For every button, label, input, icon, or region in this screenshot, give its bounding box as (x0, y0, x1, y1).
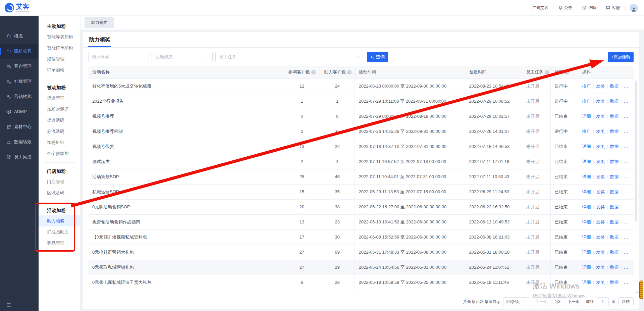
op-link[interactable]: 详细 (582, 219, 591, 224)
submenu-item[interactable]: 奖品管理 (39, 238, 80, 249)
op-link[interactable]: 发奖 (596, 84, 605, 89)
jump-button[interactable]: 跳转 (618, 297, 634, 306)
op-link[interactable]: … (624, 280, 628, 285)
op-link[interactable]: 详细 (582, 189, 591, 194)
floating-scrollbar[interactable] (639, 280, 643, 299)
op-link[interactable]: … (624, 219, 628, 224)
next-page-button[interactable]: 下一页 (564, 297, 583, 306)
op-link[interactable]: 数据 (610, 265, 619, 270)
op-link[interactable]: 详细 (582, 174, 591, 179)
op-link[interactable]: … (624, 189, 628, 194)
submenu-item[interactable]: 区域活码 (39, 187, 80, 198)
page-size-select[interactable]: 20条/页 (503, 297, 529, 306)
op-link[interactable]: … (624, 84, 628, 89)
add-activity-button[interactable]: +添加活动 (608, 52, 634, 62)
op-link[interactable]: … (624, 144, 628, 149)
submenu-item[interactable]: 企个微双加 (39, 148, 80, 159)
submenu-item[interactable]: 助力领奖 (39, 215, 80, 226)
op-link[interactable]: 详细 (582, 280, 591, 285)
support-menu[interactable]: 客服 (606, 5, 620, 11)
op-link[interactable]: 详细 (582, 114, 591, 119)
op-link[interactable]: 发奖 (596, 129, 605, 134)
op-link[interactable]: 发奖 (596, 250, 605, 255)
op-link[interactable]: 发奖 (596, 114, 605, 119)
op-link[interactable]: … (624, 265, 628, 270)
op-link[interactable]: 详细 (582, 235, 591, 240)
search-button[interactable]: 查询 (367, 52, 388, 62)
op-link[interactable]: … (624, 159, 628, 164)
op-link[interactable]: … (624, 235, 628, 240)
op-link[interactable]: 详细 (582, 250, 591, 255)
op-link[interactable]: … (624, 174, 628, 179)
op-link[interactable]: 详细 (582, 144, 591, 149)
op-link[interactable]: 发奖 (596, 235, 605, 240)
submenu-item[interactable]: 群成员助力 (39, 226, 80, 238)
tab-boost-reward[interactable]: 助力领奖 (85, 17, 114, 28)
op-link[interactable]: 发奖 (596, 99, 605, 104)
op-link[interactable]: 详细 (582, 265, 591, 270)
sidebar-item-customers[interactable]: 客户管理 (0, 59, 39, 74)
op-link[interactable]: … (624, 250, 628, 255)
op-link[interactable]: 数据 (610, 204, 619, 209)
op-link[interactable]: 发奖 (596, 174, 605, 179)
op-link[interactable]: 数据 (610, 144, 619, 149)
op-link[interactable]: … (624, 99, 628, 104)
op-link[interactable]: 发奖 (596, 265, 605, 270)
sidebar-item-overview[interactable]: 概况 (0, 29, 39, 44)
submenu-item[interactable]: 渠道管理 (39, 93, 80, 104)
op-link[interactable]: 推广 (582, 84, 591, 89)
sidebar-item-acquire[interactable]: 吸粉获客 (0, 44, 39, 59)
op-link[interactable]: 发奖 (596, 219, 605, 224)
sidebar-item-analytics[interactable]: 数据绩效 (0, 134, 39, 149)
staff-task-select[interactable]: 员工任务 (215, 52, 364, 62)
op-link[interactable]: 推广 (582, 99, 591, 104)
table-scrollbar[interactable] (635, 81, 637, 221)
sidebar-item-materials[interactable]: 素材中心 (0, 119, 39, 134)
op-link[interactable]: 数据 (610, 235, 619, 240)
goto-page-input[interactable] (597, 297, 609, 306)
op-link[interactable]: 发奖 (596, 159, 605, 164)
sidebar-item-community[interactable]: 社群管理 (0, 74, 39, 89)
help-menu[interactable]: 帮助 (582, 5, 596, 11)
op-link[interactable]: 数据 (610, 99, 619, 104)
collapse-sidebar-icon[interactable] (6, 302, 11, 308)
op-link[interactable]: 数据 (610, 189, 619, 194)
op-link[interactable]: … (624, 129, 628, 134)
op-link[interactable]: 发奖 (596, 204, 605, 209)
op-link[interactable]: 详细 (582, 159, 591, 164)
submenu-item[interactable]: 加粉短链 (39, 137, 80, 148)
activity-name-input[interactable] (88, 52, 149, 62)
op-link[interactable]: 发奖 (596, 189, 605, 194)
op-link[interactable]: 详细 (582, 204, 591, 209)
op-link[interactable]: 数据 (610, 84, 619, 89)
submenu-item[interactable]: 智能订单加粉 (39, 42, 80, 53)
op-link[interactable]: 数据 (610, 219, 619, 224)
user-avatar[interactable] (630, 4, 638, 12)
op-link[interactable]: … (624, 204, 628, 209)
op-link[interactable]: 数据 (610, 129, 619, 134)
op-link[interactable]: 数据 (610, 174, 619, 179)
op-link[interactable]: … (624, 114, 628, 119)
op-link[interactable]: 数据 (610, 114, 619, 119)
sidebar-item-marketing[interactable]: 营销转化 (0, 89, 39, 104)
submenu-item[interactable]: 订单加粉 (39, 64, 80, 75)
submenu-item[interactable]: 短信管理 (39, 53, 80, 64)
op-link[interactable]: 数据 (610, 280, 619, 285)
op-link[interactable]: 推广 (582, 129, 591, 134)
submenu-item[interactable]: 加粉欢迎语 (39, 104, 80, 115)
announcement-menu[interactable]: 公告 (558, 5, 572, 11)
prev-page-button[interactable]: 上一页 (532, 297, 551, 306)
activity-status-select[interactable]: 活动状态 (152, 52, 213, 62)
submenu-item[interactable]: 渠道活码 (39, 115, 80, 126)
submenu-item[interactable]: 分流活码 (39, 126, 80, 137)
op-link[interactable]: 数据 (610, 159, 619, 164)
op-link[interactable]: 数据 (610, 250, 619, 255)
submenu-item[interactable]: 智能导表加粉 (39, 31, 80, 42)
op-link[interactable]: 发奖 (596, 280, 605, 285)
sidebar-item-admp[interactable]: ADMP (0, 104, 39, 119)
sidebar-item-risk[interactable]: 员工风控 (0, 149, 39, 164)
op-link[interactable]: 发奖 (596, 144, 605, 149)
tenant-name[interactable]: 广州艾客 (532, 5, 548, 11)
cell-activity-time: 2022-07-11 10:44:01 至 2022-07-31 00:00:0… (355, 169, 465, 184)
submenu-item[interactable]: 门店管理 (39, 176, 80, 187)
